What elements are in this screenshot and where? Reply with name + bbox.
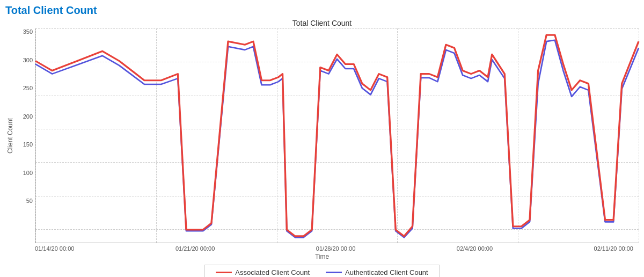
y-axis-ticks: 350 300 250 200 150 100 50 0 <box>16 28 35 243</box>
y-axis-label: Client Count <box>5 28 15 243</box>
legend-label-authenticated: Authenticated Client Count <box>345 268 428 276</box>
chart-svg <box>35 28 639 243</box>
y-tick: 350 <box>23 28 33 35</box>
y-tick: 100 <box>23 170 33 176</box>
page-container: Total Client Count Total Client Count Cl… <box>0 0 644 277</box>
x-axis-labels: 01/14/20 00:00 01/21/20 00:00 01/28/20 0… <box>35 245 639 252</box>
plot-area <box>35 28 639 243</box>
x-tick: 01/28/20 00:00 <box>316 245 355 252</box>
legend-item-authenticated: Authenticated Client Count <box>326 268 428 276</box>
x-tick: 02/4/20 00:00 <box>457 245 493 252</box>
chart-wrapper: Total Client Count Client Count 350 300 … <box>5 19 639 266</box>
page-title: Total Client Count <box>5 4 639 17</box>
y-tick: 150 <box>23 141 33 148</box>
x-tick: 02/11/20 00:00 <box>594 245 633 252</box>
x-tick: 01/21/20 00:00 <box>175 245 215 252</box>
y-tick: 300 <box>23 57 33 63</box>
chart-area: Client Count 350 300 250 200 150 100 50 … <box>5 28 639 243</box>
legend-line-authenticated <box>326 272 342 273</box>
legend-label-associated: Associated Client Count <box>235 268 310 276</box>
chart-legend: Associated Client Count Authenticated Cl… <box>204 265 439 277</box>
legend-line-associated <box>216 272 232 273</box>
legend-item-associated: Associated Client Count <box>216 268 310 276</box>
y-tick: 50 <box>26 198 33 204</box>
x-tick: 01/14/20 00:00 <box>35 245 74 252</box>
y-tick: 250 <box>23 85 33 91</box>
y-tick: 200 <box>23 113 33 120</box>
v-grid-line <box>639 28 639 243</box>
chart-title: Total Client Count <box>5 19 639 27</box>
x-axis-label: Time <box>5 253 639 260</box>
